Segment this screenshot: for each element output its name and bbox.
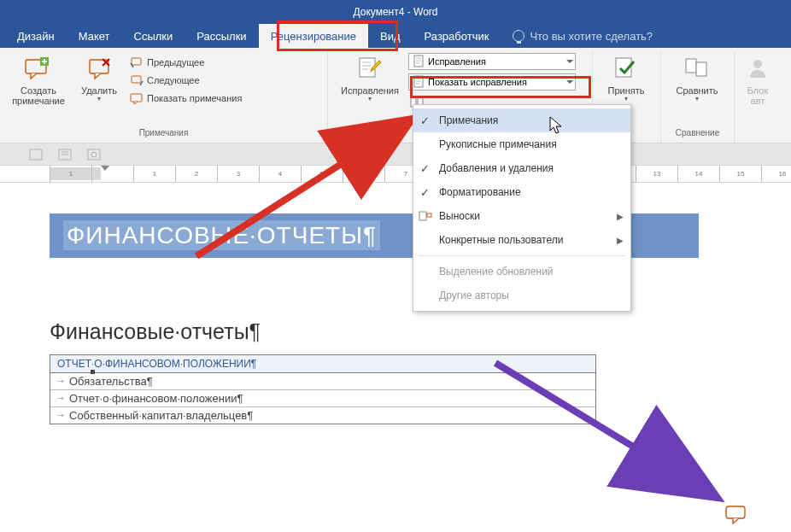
tell-me-label: Что вы хотите сделать? bbox=[530, 30, 653, 43]
menu-item-comments[interactable]: ✓ Примечания bbox=[413, 108, 630, 132]
tab-label: Рецензирование bbox=[271, 30, 356, 43]
svg-rect-20 bbox=[419, 212, 426, 220]
svg-rect-19 bbox=[726, 506, 745, 518]
tab-layout[interactable]: Макет bbox=[67, 24, 122, 48]
new-comment-icon bbox=[25, 55, 52, 82]
previous-comment-button[interactable]: Предыдущее bbox=[128, 55, 243, 70]
ruler-tick: 15 bbox=[719, 166, 761, 182]
window-title: Документ4 - Word bbox=[353, 6, 437, 18]
show-markup-icon bbox=[413, 75, 425, 89]
tell-me[interactable]: Что вы хотите сделать? bbox=[501, 24, 665, 48]
button-label: Предыдущее bbox=[147, 57, 204, 67]
menu-item-formatting[interactable]: ✓ Форматирование bbox=[413, 180, 630, 204]
chevron-down-icon: ▾ bbox=[695, 96, 699, 103]
block-authors-button[interactable]: Блок авт bbox=[741, 53, 774, 108]
title-heading-text: ФИНАНСОВЫЕ·ОТЧЕТЫ¶ bbox=[63, 220, 380, 250]
table-row[interactable]: Отчет·о·финансовом·положении¶ bbox=[50, 390, 595, 407]
show-comments-button[interactable]: Показать примечания bbox=[128, 91, 243, 106]
ruler-tick bbox=[91, 166, 133, 182]
button-label: Показать исправления bbox=[428, 77, 563, 87]
group-compare: Сравнить ▾ Сравнение bbox=[661, 51, 735, 143]
toc-table[interactable]: ОТЧЕТ·О·ФИНАНСОВОМ·ПОЛОЖЕНИИ¶ Обязательс… bbox=[50, 354, 596, 424]
comment-balloon-icon[interactable] bbox=[724, 505, 748, 525]
ruler-tick: 6 bbox=[343, 166, 384, 182]
chevron-down-icon: ▾ bbox=[368, 96, 372, 103]
chevron-down-icon: ▾ bbox=[97, 96, 101, 103]
menu-item-label: Конкретные пользователи bbox=[439, 234, 563, 246]
delete-comment-button[interactable]: Удалить ▾ bbox=[73, 53, 125, 108]
menu-item-balloons[interactable]: Выноски ▶ bbox=[413, 204, 630, 228]
tab-view[interactable]: Вид bbox=[368, 24, 413, 48]
display-for-review-combo[interactable]: Исправления bbox=[408, 53, 576, 70]
ruler-tick: 1 bbox=[50, 166, 91, 182]
menu-item-label: Добавления и удаления bbox=[439, 162, 554, 174]
show-comments-icon bbox=[130, 91, 144, 105]
chevron-down-icon: ▾ bbox=[624, 96, 628, 103]
ruler-number: 15 bbox=[737, 170, 745, 178]
document-area[interactable]: ФИНАНСОВЫЕ·ОТЧЕТЫ¶ Финансовые·отчеты¶ ОТ… bbox=[0, 183, 791, 532]
previous-comment-icon bbox=[130, 56, 144, 69]
row-text: Отчет·о·финансовом·положении¶ bbox=[69, 392, 243, 405]
ruler[interactable]: 1 1 2 3 4 5 6 7 8 9 10 11 12 13 14 15 16 bbox=[0, 166, 791, 183]
ruler-tick: 3 bbox=[217, 166, 259, 182]
qat-icon[interactable] bbox=[58, 148, 72, 161]
menu-item-ink[interactable]: Рукописные примечания bbox=[413, 132, 630, 156]
group-protect: Блок авт bbox=[735, 51, 781, 143]
ruler-number: 4 bbox=[278, 170, 282, 178]
menu-separator bbox=[419, 255, 625, 256]
svg-rect-21 bbox=[427, 213, 431, 217]
menu-item-insertions-deletions[interactable]: ✓ Добавления и удаления bbox=[413, 156, 630, 180]
tab-references[interactable]: Ссылки bbox=[122, 24, 185, 48]
ruler-number: 7 bbox=[404, 170, 407, 178]
block-authors-icon bbox=[744, 55, 771, 82]
svg-point-14 bbox=[753, 60, 762, 68]
ruler-number: 6 bbox=[362, 170, 366, 178]
table-header[interactable]: ОТЧЕТ·О·ФИНАНСОВОМ·ПОЛОЖЕНИИ¶ bbox=[50, 355, 595, 373]
submenu-arrow-icon: ▶ bbox=[617, 212, 624, 221]
menu-item-label: Другие авторы bbox=[439, 289, 509, 301]
check-icon: ✓ bbox=[420, 114, 430, 127]
table-header-text: ОТЧЕТ·О·ФИНАНСОВОМ·ПОЛОЖЕНИИ¶ bbox=[57, 358, 256, 370]
menu-item-label: Примечания bbox=[439, 114, 498, 126]
tab-label: Макет bbox=[79, 30, 110, 43]
next-comment-button[interactable]: Следующее bbox=[128, 73, 243, 88]
ruler-number: 1 bbox=[153, 170, 156, 178]
accept-button[interactable]: Принять ▾ bbox=[600, 53, 653, 105]
tab-label: Вид bbox=[380, 30, 401, 43]
svg-rect-4 bbox=[132, 76, 141, 83]
table-row[interactable]: Собственный·капитал·владельцев¶ bbox=[50, 407, 595, 424]
menu-item-specific-people[interactable]: Конкретные пользователи ▶ bbox=[413, 228, 630, 252]
ruler-tick: 5 bbox=[301, 166, 343, 182]
menu-item-other-authors: Другие авторы bbox=[413, 284, 630, 307]
svg-rect-13 bbox=[696, 62, 706, 76]
ruler-number: 2 bbox=[195, 170, 198, 178]
tab-developer[interactable]: Разработчик bbox=[413, 24, 501, 48]
track-changes-button[interactable]: Исправления ▾ bbox=[335, 53, 405, 109]
markup-sheet-icon bbox=[413, 55, 425, 68]
svg-rect-15 bbox=[30, 149, 42, 160]
svg-point-18 bbox=[91, 152, 97, 157]
row-text: Собственный·капитал·владельцев¶ bbox=[69, 409, 253, 422]
button-label: Показать примечания bbox=[147, 93, 242, 103]
lightbulb-icon bbox=[513, 30, 524, 42]
compare-button[interactable]: Сравнить ▾ bbox=[668, 53, 726, 105]
qat-icon[interactable] bbox=[87, 148, 101, 161]
ruler-number: 1 bbox=[69, 170, 73, 178]
new-comment-button[interactable]: Создать примечание bbox=[7, 53, 70, 108]
table-row[interactable]: Обязательства¶ bbox=[50, 373, 595, 390]
group-comments: Создать примечание Удалить ▾ Предыдущее … bbox=[0, 51, 328, 143]
show-markup-button[interactable]: Показать исправления bbox=[408, 73, 576, 91]
heading-2[interactable]: Финансовые·отчеты¶ bbox=[50, 319, 699, 344]
combo-value: Исправления bbox=[428, 56, 563, 67]
delete-comment-icon bbox=[85, 55, 113, 82]
tab-design[interactable]: Дизайн bbox=[5, 24, 67, 48]
check-icon: ✓ bbox=[420, 186, 430, 199]
qat-icon[interactable] bbox=[29, 148, 43, 161]
ruler-tick: 16 bbox=[761, 166, 791, 182]
quick-access-toolbar bbox=[0, 143, 791, 166]
title-bar: Документ4 - Word bbox=[0, 0, 791, 24]
button-label: Следующее bbox=[147, 75, 200, 85]
tab-mailings[interactable]: Рассылки bbox=[185, 24, 258, 48]
next-comment-icon bbox=[130, 73, 144, 87]
tab-review[interactable]: Рецензирование bbox=[259, 24, 368, 48]
